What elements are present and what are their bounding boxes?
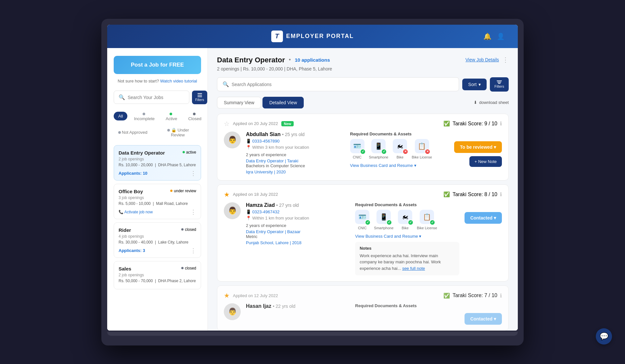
sidebar-filter-button[interactable]: Filters: [192, 91, 207, 104]
applicant-age-1: • 25 yrs old: [282, 132, 305, 137]
bike-license-status-1: ✕: [425, 149, 430, 155]
app-date-3: Applied on 12 July 2022: [233, 293, 278, 298]
job-card-footer: Applicants: 10 ⋮: [119, 170, 196, 177]
view-resume-link-2[interactable]: View Business Card and Resume ▾: [355, 234, 459, 239]
job-card-menu[interactable]: ⋮: [190, 247, 196, 254]
docs-label-1: Required Documents & Assets: [350, 132, 449, 136]
download-sheet-link[interactable]: ⬇ download sheet: [474, 100, 509, 105]
star-icon-2[interactable]: ★: [224, 191, 230, 198]
applications-search-bar: 🔍: [217, 77, 459, 91]
info-icon-3[interactable]: ℹ: [500, 293, 502, 299]
sort-chevron-icon: ▾: [478, 82, 481, 87]
exp-tag-1: Data Entry Operator | Taraki: [246, 158, 345, 163]
tab-not-approved[interactable]: Not Approved: [114, 126, 152, 139]
job-card-title: Rider: [119, 227, 131, 233]
sort-button[interactable]: Sort ▾: [462, 79, 487, 90]
sort-label: Sort: [468, 82, 477, 87]
tabs-row-1: All Incomplete Active Closed: [114, 109, 201, 123]
view-job-details-link[interactable]: View Job Details: [466, 57, 499, 62]
job-card-header: Office Boy under review: [119, 189, 196, 194]
applications-search-input[interactable]: [232, 82, 453, 87]
status-label: active: [186, 150, 196, 155]
job-search-input[interactable]: [128, 95, 185, 100]
applicant-location-1: 📍 Within 3 km from your location: [246, 145, 345, 150]
doc-bike-license-2: 📋 ✓ Bike License: [417, 210, 437, 230]
taraki-score-label-1: Taraki Score: 9 / 10: [453, 121, 497, 127]
contacted-button-3[interactable]: Contacted ▾: [465, 313, 502, 325]
documents-section-3: Required Documents & Assets: [355, 303, 459, 311]
new-note-button-1[interactable]: + New Note: [469, 156, 502, 167]
notification-icon[interactable]: 🔔: [483, 32, 491, 40]
filters-label: Filters: [494, 84, 504, 88]
app-card-body-2: 👨 Hamza Ziad • 27 yrs old 📱 0323-4967432…: [224, 202, 502, 276]
contacted-button-2[interactable]: Contacted ▾: [465, 212, 502, 224]
app-card-top-row-1: ☆ Applied on 20 July 2022 New ✅ Taraki S…: [224, 120, 502, 128]
tab-active[interactable]: Active: [161, 109, 182, 123]
applicant-location-2: 📍 Within 1 km from your location: [246, 216, 350, 220]
avatar-1: 👨: [224, 132, 241, 148]
job-card-data-entry[interactable]: Data Entry Operator active 2 job opening…: [114, 145, 201, 181]
tab-under-review[interactable]: 🔒 Under Review: [155, 126, 201, 139]
avatar-3: 👨: [224, 303, 241, 320]
job-card-menu[interactable]: ⋮: [190, 208, 196, 216]
cnic-label-1: CNIC: [353, 155, 362, 159]
job-header: Data Entry Operator • 10 applications 2 …: [217, 56, 509, 71]
app-date-row-2: Applied on 18 July 2022: [233, 192, 278, 197]
summary-view-button[interactable]: Summary View: [217, 97, 261, 108]
doc-icon-wrapper-cnic-1: 🪪 ✓: [350, 139, 364, 153]
edu-tag-1: Iqra University | 2020: [246, 169, 345, 174]
job-card-salary: Rs. 30,000 - 40,000 | Lake City, Lahore: [119, 240, 196, 245]
applicant-info-3: Hasan Ijaz • 22 yrs old: [246, 303, 350, 310]
filter-label: Filters: [195, 98, 204, 102]
bike-license-label-2: Bike License: [417, 226, 437, 230]
filters-button[interactable]: Filters: [490, 77, 509, 92]
user-icon[interactable]: 👤: [497, 32, 505, 40]
job-card-rider[interactable]: Rider closed 4 job openings Rs. 30,000 -…: [114, 222, 201, 258]
app-card-top-row-2: ★ Applied on 18 July 2022 ✅ Taraki Score…: [224, 191, 502, 198]
status-label: closed: [185, 227, 196, 232]
watch-tutorial-link[interactable]: Watch video tutorial: [160, 79, 197, 83]
nav-icons: 🔔 👤: [483, 32, 505, 40]
doc-cnic-1: 🪪 ✓ CNIC: [350, 139, 364, 159]
tab-all[interactable]: All: [114, 112, 127, 120]
star-icon-3[interactable]: ★: [224, 292, 230, 299]
activate-job-link[interactable]: 📞 Activate job now: [119, 210, 153, 214]
job-card-openings: 4 job openings: [119, 234, 196, 239]
tab-incomplete[interactable]: Incomplete: [129, 109, 159, 123]
job-card-menu[interactable]: ⋮: [190, 170, 196, 177]
applicant-edu-2: Metric: [246, 234, 350, 239]
tab-closed[interactable]: Closed: [184, 109, 206, 123]
job-card-status: closed: [181, 266, 196, 270]
new-badge-1: New: [281, 121, 294, 126]
status-dot: [183, 151, 185, 153]
job-card-header: Sales closed: [119, 266, 196, 271]
smartphone-label-2: Smartphone: [374, 226, 393, 230]
post-job-button[interactable]: Post a Job for FREE: [114, 56, 201, 74]
to-review-button-1[interactable]: To be reviewed ▾: [454, 141, 502, 153]
applicants-label: Applicants: 3: [119, 248, 145, 253]
see-full-note-link-2[interactable]: see full note: [402, 266, 425, 271]
view-buttons: Summary View Detailed View: [217, 97, 304, 108]
action-section-3: Contacted ▾: [465, 313, 502, 325]
view-toggle: Summary View Detailed View ⬇ download sh…: [217, 97, 509, 108]
job-search-bar: 🔍: [114, 91, 189, 104]
job-card-sales[interactable]: Sales closed 2 job openings Rs. 50,000 -…: [114, 261, 201, 289]
nav-logo: T EMPLOYER PORTAL: [271, 31, 354, 42]
info-icon-2[interactable]: ℹ: [500, 191, 502, 197]
more-options-icon[interactable]: ⋮: [502, 56, 509, 64]
job-card-salary: Rs. 50,000 - 70,000 | DHA Phase 2, Lahor…: [119, 279, 196, 283]
app-date-row-1: Applied on 20 July 2022 New: [233, 121, 294, 126]
avatar-2: 👨: [224, 202, 241, 219]
job-header-left: Data Entry Operator • 10 applications 2 …: [217, 56, 332, 71]
view-resume-link-1[interactable]: View Business Card and Resume ▾: [350, 163, 449, 168]
doc-icon-wrapper-bike-2: 🏍 ✓: [398, 210, 412, 224]
detailed-view-button[interactable]: Detailed View: [262, 97, 304, 108]
star-icon-1[interactable]: ☆: [224, 120, 230, 128]
chat-bubble[interactable]: 💬: [596, 328, 612, 345]
app-date-1: Applied on 20 July 2022: [233, 121, 278, 126]
docs-icons-1: 🪪 ✓ CNIC 📱 ✓: [350, 139, 449, 159]
info-icon-1[interactable]: ℹ: [500, 120, 502, 127]
job-card-office-boy[interactable]: Office Boy under review 3 job openings R…: [114, 184, 201, 219]
search-applications-icon: 🔍: [223, 81, 229, 87]
applicant-name-1: Abdullah Sian • 25 yrs old: [246, 132, 345, 137]
